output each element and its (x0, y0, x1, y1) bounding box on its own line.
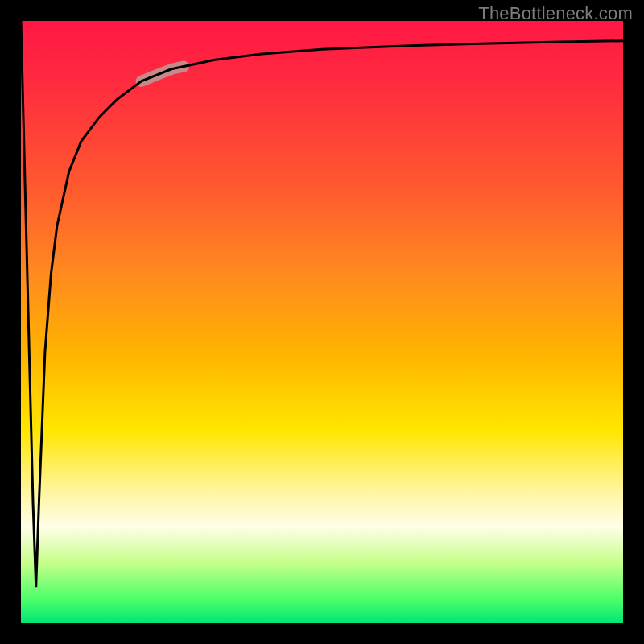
curve-layer (21, 21, 623, 623)
bottleneck-curve (21, 21, 623, 587)
chart-frame: TheBottleneck.com (0, 0, 644, 644)
plot-area (21, 21, 623, 623)
